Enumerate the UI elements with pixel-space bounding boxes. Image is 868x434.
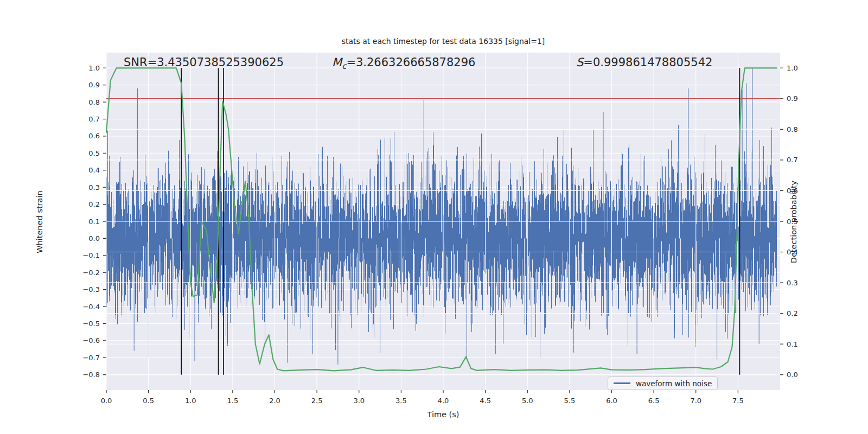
y-tick-label-right: 0.8	[787, 125, 798, 133]
y-tick-label-left: 0.1	[88, 218, 100, 226]
annotation-score: S=0.999861478805542	[576, 56, 712, 69]
y-axis-label-left: Whitened strain	[35, 162, 44, 282]
x-tick-label: 7.0	[690, 397, 701, 405]
annotation-mc-value: =3.266326665878296	[346, 56, 475, 69]
y-tick-label-left: −0.7	[82, 354, 100, 362]
x-axis-label: Time (s)	[106, 410, 780, 419]
y-tick-label-left: −0.8	[82, 371, 100, 379]
x-tick-label: 4.5	[480, 397, 491, 405]
y-tick-label-left: 1.0	[88, 64, 100, 72]
y-tick-label-right: 0.9	[787, 94, 798, 103]
y-tick-label-left: 0.2	[88, 200, 100, 208]
legend-label: waveform with noise	[636, 379, 712, 388]
legend-box: waveform with noise	[608, 376, 718, 390]
x-tick-label: 6.0	[606, 397, 617, 405]
annotation-s-symbol: S	[576, 56, 583, 69]
y-tick-label-left: −0.4	[82, 303, 100, 311]
x-tick-label: 5.5	[564, 397, 576, 405]
legend-line-sample	[614, 382, 630, 384]
y-tick-label-left: −0.2	[82, 269, 100, 277]
y-tick-label-left: 0.7	[88, 115, 100, 123]
annotation-mc-symbol: M	[332, 56, 342, 69]
chart-title: stats at each timestep for test data 163…	[106, 37, 780, 46]
y-axis-label-right: Detection probability	[789, 162, 798, 282]
y-tick-label-left: 0.5	[88, 149, 100, 157]
y-tick-label-left: 0.4	[88, 166, 100, 174]
y-tick-label-left: −0.5	[82, 320, 100, 328]
y-tick-label-left: −0.6	[82, 336, 100, 344]
y-tick-label-left: 0.9	[88, 81, 100, 89]
x-tick-label: 0.5	[143, 397, 154, 405]
y-tick-label-right: 0.1	[787, 340, 798, 348]
y-tick-label-right: 0.0	[787, 371, 798, 379]
y-tick-label-left: −0.1	[82, 251, 100, 259]
x-tick-label: 2.5	[311, 397, 323, 405]
y-tick-label-left: 0.3	[88, 183, 100, 192]
x-tick-label: 6.5	[648, 397, 660, 405]
y-tick-label-left: −0.3	[82, 285, 100, 293]
y-tick-label-right: 1.0	[787, 64, 798, 72]
annotation-chirp-mass: Mc=3.266326665878296	[332, 56, 475, 71]
y-tick-label-left: 0.0	[88, 234, 100, 242]
x-tick-label: 1.5	[227, 397, 239, 405]
x-tick-label: 2.0	[269, 397, 280, 405]
y-tick-label-left: 0.6	[88, 132, 100, 140]
x-tick-label: 4.0	[438, 397, 449, 405]
annotation-snr: SNR=3.4350738525390625	[124, 56, 284, 69]
y-tick-label-left: 0.8	[88, 98, 100, 106]
x-tick-label: 3.5	[395, 397, 407, 405]
x-tick-label: 7.5	[732, 397, 744, 405]
annotation-snr-text: SNR=3.4350738525390625	[124, 56, 284, 69]
x-tick-label: 0.0	[101, 397, 112, 405]
x-tick-label: 1.0	[185, 397, 196, 405]
annotation-s-value: =0.999861478805542	[583, 56, 712, 69]
x-tick-label: 5.0	[522, 397, 533, 405]
figure: 1.00.90.80.70.60.50.40.30.20.10.0−0.1−0.…	[0, 0, 868, 434]
y-tick-label-right: 0.2	[787, 309, 798, 317]
x-tick-label: 3.0	[353, 397, 365, 405]
